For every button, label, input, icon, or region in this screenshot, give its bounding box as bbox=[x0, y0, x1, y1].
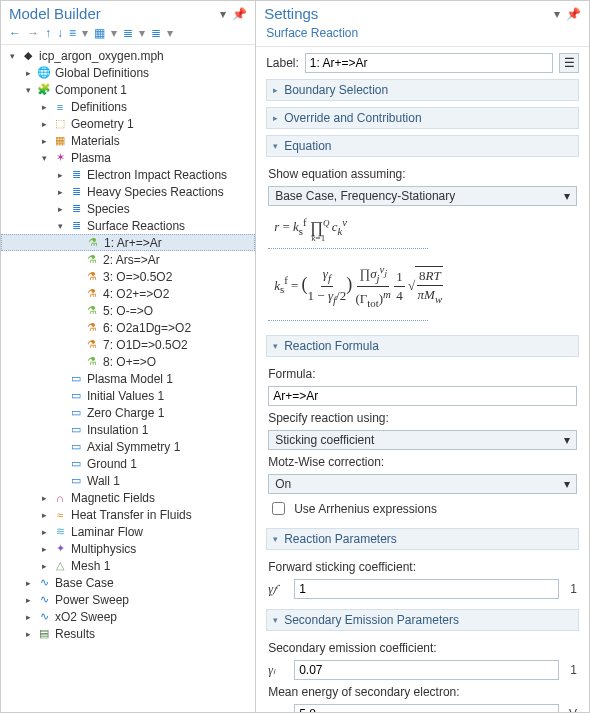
secondary-coef-input[interactable] bbox=[294, 660, 559, 680]
tree-node[interactable]: ▸∿xO2 Sweep bbox=[1, 608, 255, 625]
chevron-down-icon[interactable]: ▾ bbox=[39, 153, 49, 163]
tree-node[interactable]: ▸≡Definitions bbox=[1, 98, 255, 115]
node-icon: ⚗ bbox=[85, 321, 99, 334]
specify-using-dropdown[interactable]: Sticking coefficient ▾ bbox=[268, 430, 577, 450]
tree-node[interactable]: ▭Insulation 1 bbox=[1, 421, 255, 438]
chevron-right-icon[interactable]: ▸ bbox=[23, 595, 33, 605]
tree-node[interactable]: ▸≣Electron Impact Reactions bbox=[1, 166, 255, 183]
chevron-right-icon[interactable]: ▸ bbox=[55, 204, 65, 214]
motz-wise-dropdown[interactable]: On ▾ bbox=[268, 474, 577, 494]
chevron-right-icon[interactable]: ▸ bbox=[23, 68, 33, 78]
tree-node[interactable]: ▭Initial Values 1 bbox=[1, 387, 255, 404]
tree-node[interactable]: ▸∩Magnetic Fields bbox=[1, 489, 255, 506]
tree-node[interactable]: ▾✶Plasma bbox=[1, 149, 255, 166]
chevron-right-icon[interactable]: ▸ bbox=[55, 170, 65, 180]
chevron-right-icon[interactable]: ▸ bbox=[39, 119, 49, 129]
gamma-i-symbol: γᵢ bbox=[268, 663, 288, 678]
chevron-right-icon[interactable]: ▸ bbox=[23, 612, 33, 622]
chevron-right-icon[interactable]: ▸ bbox=[39, 561, 49, 571]
pin-icon[interactable]: 📌 bbox=[566, 7, 581, 21]
arrhenius-checkbox-row[interactable]: Use Arrhenius expressions bbox=[268, 499, 577, 518]
show-button[interactable]: ≡ bbox=[69, 26, 76, 40]
tree-node[interactable]: ▭Zero Charge 1 bbox=[1, 404, 255, 421]
chevron-right-icon[interactable]: ▸ bbox=[23, 629, 33, 639]
more-button[interactable]: ≣ bbox=[151, 26, 161, 40]
section-boundary-selection[interactable]: ▸ Boundary Selection bbox=[266, 79, 579, 101]
nav-down-button[interactable]: ↓ bbox=[57, 26, 63, 40]
section-secondary-emission[interactable]: ▾ Secondary Emission Parameters bbox=[266, 609, 579, 631]
mean-energy-input[interactable] bbox=[294, 704, 559, 712]
node-label: Geometry 1 bbox=[71, 117, 134, 131]
node-icon: ⬚ bbox=[53, 117, 67, 130]
arrhenius-checkbox[interactable] bbox=[272, 502, 285, 515]
tree-node[interactable]: ▸⬚Geometry 1 bbox=[1, 115, 255, 132]
tree-node[interactable]: ▭Ground 1 bbox=[1, 455, 255, 472]
section-reaction-parameters[interactable]: ▾ Reaction Parameters bbox=[266, 528, 579, 550]
node-icon: ⚗ bbox=[85, 304, 99, 317]
nav-up-button[interactable]: ↑ bbox=[45, 26, 51, 40]
tree-node[interactable]: ⚗4: O2+=>O2 bbox=[1, 285, 255, 302]
nav-back-button[interactable]: ← bbox=[9, 26, 21, 40]
collapse-all-button[interactable]: ▦ bbox=[94, 26, 105, 40]
model-tree[interactable]: ▾◆icp_argon_oxygen.mph▸🌐Global Definitio… bbox=[1, 45, 255, 712]
chevron-right-icon[interactable]: ▸ bbox=[39, 510, 49, 520]
formula-input[interactable] bbox=[268, 386, 577, 406]
tree-node[interactable]: ⚗2: Ars=>Ar bbox=[1, 251, 255, 268]
tree-node[interactable]: ▸≣Heavy Species Reactions bbox=[1, 183, 255, 200]
tree-node[interactable]: ⚗7: O1D=>0.5O2 bbox=[1, 336, 255, 353]
tree-node[interactable]: ▾🧩Component 1 bbox=[1, 81, 255, 98]
pin-icon[interactable]: 📌 bbox=[232, 7, 247, 21]
tree-node[interactable]: ⚗5: O-=>O bbox=[1, 302, 255, 319]
tree-node[interactable]: ▸✦Multiphysics bbox=[1, 540, 255, 557]
expand-button[interactable]: ≣ bbox=[123, 26, 133, 40]
section-override[interactable]: ▸ Override and Contribution bbox=[266, 107, 579, 129]
chevron-down-icon[interactable]: ▾ bbox=[23, 85, 33, 95]
equation-divider bbox=[268, 320, 428, 321]
chevron-down-icon[interactable]: ▾ bbox=[7, 51, 17, 61]
tree-node[interactable]: ▾≣Surface Reactions bbox=[1, 217, 255, 234]
tree-node[interactable]: ▸≣Species bbox=[1, 200, 255, 217]
tree-node[interactable]: ▸∿Power Sweep bbox=[1, 591, 255, 608]
tree-node[interactable]: ⚗8: O+=>O bbox=[1, 353, 255, 370]
chevron-right-icon[interactable]: ▸ bbox=[55, 187, 65, 197]
tree-node[interactable]: ▭Wall 1 bbox=[1, 472, 255, 489]
mean-energy-label: Mean energy of secondary electron: bbox=[268, 685, 577, 699]
chevron-down-icon[interactable]: ▾ bbox=[55, 221, 65, 231]
nav-forward-button[interactable]: → bbox=[27, 26, 39, 40]
section-equation[interactable]: ▾ Equation bbox=[266, 135, 579, 157]
node-icon: ∿ bbox=[37, 593, 51, 606]
collapse-icon[interactable]: ▾ bbox=[220, 7, 226, 21]
node-label: 2: Ars=>Ar bbox=[103, 253, 160, 267]
tree-node[interactable]: ▸▤Results bbox=[1, 625, 255, 642]
node-icon: ∩ bbox=[53, 492, 67, 504]
chevron-right-icon[interactable]: ▸ bbox=[39, 136, 49, 146]
chevron-right-icon[interactable]: ▸ bbox=[39, 102, 49, 112]
collapse-icon[interactable]: ▾ bbox=[554, 7, 560, 21]
chevron-right-icon: ▸ bbox=[273, 113, 278, 123]
tree-node[interactable]: ▸△Mesh 1 bbox=[1, 557, 255, 574]
show-equation-dropdown[interactable]: Base Case, Frequency-Stationary ▾ bbox=[268, 186, 577, 206]
tree-node[interactable]: ▭Axial Symmetry 1 bbox=[1, 438, 255, 455]
section-reaction-formula[interactable]: ▾ Reaction Formula bbox=[266, 335, 579, 357]
label-input[interactable] bbox=[305, 53, 553, 73]
tree-node[interactable]: ▸≋Laminar Flow bbox=[1, 523, 255, 540]
create-selection-button[interactable]: ☰ bbox=[559, 53, 579, 73]
label-label: Label: bbox=[266, 56, 299, 70]
chevron-right-icon[interactable]: ▸ bbox=[39, 544, 49, 554]
fwd-sticking-input[interactable] bbox=[294, 579, 559, 599]
tree-node[interactable]: ▸▦Materials bbox=[1, 132, 255, 149]
node-label: Materials bbox=[71, 134, 120, 148]
chevron-right-icon[interactable]: ▸ bbox=[39, 493, 49, 503]
tree-node[interactable]: ▾◆icp_argon_oxygen.mph bbox=[1, 47, 255, 64]
panel-pin-controls: ▾ 📌 bbox=[220, 7, 247, 21]
tree-node[interactable]: ▭Plasma Model 1 bbox=[1, 370, 255, 387]
tree-node[interactable]: ⚗1: Ar+=>Ar bbox=[1, 234, 255, 251]
tree-node[interactable]: ⚗6: O2a1Dg=>O2 bbox=[1, 319, 255, 336]
chevron-right-icon[interactable]: ▸ bbox=[23, 578, 33, 588]
epsilon-i-symbol: εᵢ bbox=[268, 707, 288, 712]
tree-node[interactable]: ▸∿Base Case bbox=[1, 574, 255, 591]
chevron-right-icon[interactable]: ▸ bbox=[39, 527, 49, 537]
tree-node[interactable]: ⚗3: O=>0.5O2 bbox=[1, 268, 255, 285]
tree-node[interactable]: ▸≈Heat Transfer in Fluids bbox=[1, 506, 255, 523]
tree-node[interactable]: ▸🌐Global Definitions bbox=[1, 64, 255, 81]
